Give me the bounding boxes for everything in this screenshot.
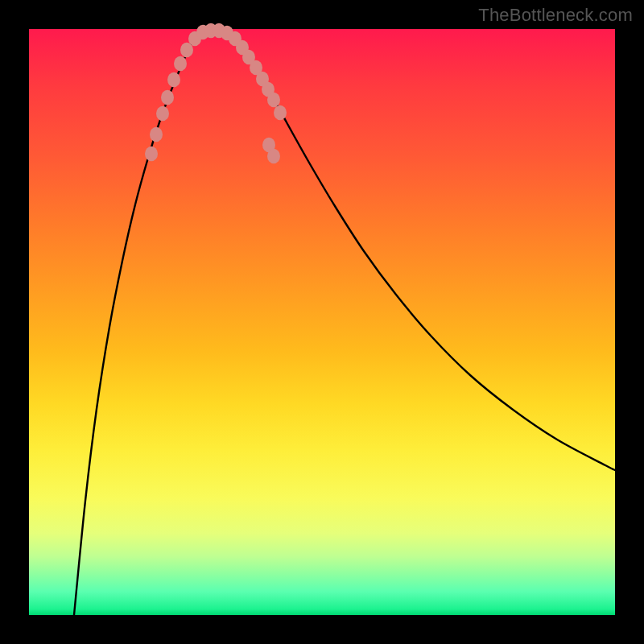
curve-svg xyxy=(29,29,615,615)
marker-dot xyxy=(150,127,163,142)
watermark-text: TheBottleneck.com xyxy=(478,5,633,26)
marker-dot xyxy=(267,93,280,107)
data-markers xyxy=(145,23,287,163)
marker-dot xyxy=(267,149,280,163)
marker-dot xyxy=(274,105,287,120)
marker-dot xyxy=(167,72,180,87)
chart-frame: TheBottleneck.com xyxy=(0,0,644,644)
marker-dot xyxy=(156,106,169,121)
plot-area xyxy=(29,29,615,615)
marker-dot xyxy=(145,147,158,161)
curve-path xyxy=(74,30,615,615)
marker-dot xyxy=(161,90,174,105)
marker-dot xyxy=(174,56,187,71)
bottleneck-curve xyxy=(74,30,615,615)
